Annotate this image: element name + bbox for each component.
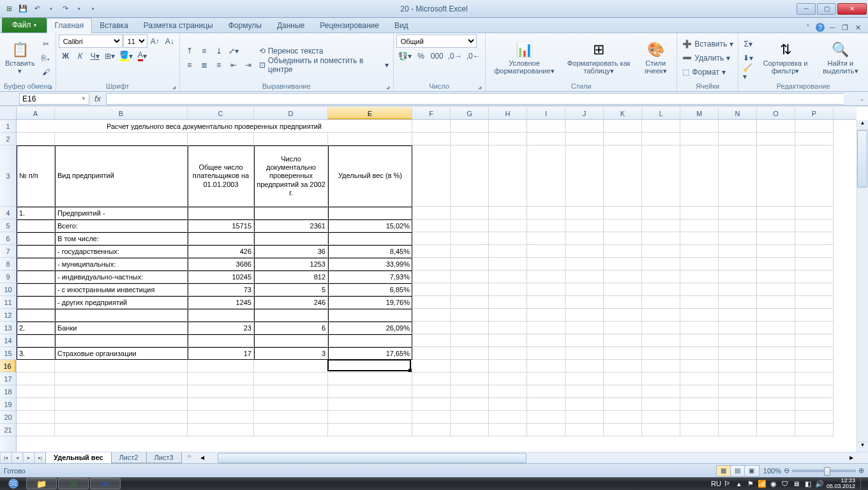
cut-icon[interactable]: ✂ (39, 38, 53, 51)
format-as-table-button[interactable]: ⊞Форматировать как таблицу▾ (562, 37, 636, 79)
increase-decimal-icon[interactable]: ,0→ (446, 49, 464, 63)
font-name-select[interactable]: Calibri (59, 34, 123, 48)
align-bottom-icon[interactable]: ⤓ (212, 45, 226, 58)
decrease-decimal-icon[interactable]: ,0← (465, 49, 483, 63)
fill-color-icon[interactable]: 🪣▾ (117, 49, 135, 63)
find-select-button[interactable]: 🔍Найти и выделить▾ (816, 37, 865, 79)
delete-cells-button[interactable]: ➖ Удалить ▾ (680, 52, 735, 65)
workbook-close-icon[interactable]: ✕ (853, 22, 863, 33)
excel-icon[interactable]: ⊞ (3, 3, 15, 15)
format-painter-icon[interactable]: 🖌 (39, 66, 53, 79)
align-center-icon[interactable]: ≣ (197, 59, 211, 72)
qat-dd-2[interactable]: ▾ (73, 3, 86, 15)
merge-center-button[interactable]: ⊡ Объединить и поместить в центре ▾ (257, 59, 391, 72)
quick-access-toolbar: ⊞ 💾 ↶ ▾ ↷ ▾ ▾ (0, 3, 100, 15)
tab-home[interactable]: Главная (47, 18, 93, 33)
border-icon[interactable]: ⊞▾ (103, 49, 117, 63)
group-clipboard-label: Буфер обмена (3, 82, 53, 91)
fx-icon[interactable]: fx (89, 94, 106, 103)
window-controls: ─ ▢ ✕ (797, 3, 868, 15)
comma-icon[interactable]: 000 (429, 49, 445, 63)
group-editing: Σ▾ ⬇▾ 🧹▾ ⇅Сортировка и фильтр▾ 🔍Найти и … (738, 33, 868, 91)
group-number: Общий 💱▾ % 000 ,0→ ,0← Число (394, 33, 486, 91)
underline-button[interactable]: Ч▾ (88, 49, 102, 63)
number-format-select[interactable]: Общий (396, 34, 477, 48)
workbook-min-icon[interactable]: ─ (827, 22, 837, 33)
redo-icon[interactable]: ↷ (59, 3, 71, 15)
ribbon-tabs: Файл ▾ Главная Вставка Разметка страницы… (0, 18, 868, 33)
group-styles: 📊Условное форматирование▾ ⊞Форматировать… (486, 33, 678, 91)
qat-customize[interactable]: ▾ (87, 3, 100, 15)
tab-view[interactable]: Вид (387, 19, 416, 33)
tab-page-layout[interactable]: Разметка страницы (136, 19, 221, 33)
format-cells-button[interactable]: ⬚ Формат ▾ (680, 66, 735, 79)
group-cells-label: Ячейки (680, 82, 735, 91)
group-font-label: Шрифт (59, 82, 177, 91)
clear-icon[interactable]: 🧹▾ (741, 66, 755, 79)
maximize-button[interactable]: ▢ (817, 3, 836, 15)
conditional-formatting-button[interactable]: 📊Условное форматирование▾ (488, 37, 561, 79)
align-right-icon[interactable]: ≡ (212, 59, 226, 72)
cond-fmt-icon: 📊 (516, 41, 533, 58)
ribbon: 📋 Вставить▾ ✂ ⎘▾ 🖌 Буфер обмена Calibri … (0, 33, 868, 92)
increase-indent-icon[interactable]: ⇥ (241, 59, 255, 72)
tab-file[interactable]: Файл ▾ (2, 17, 47, 33)
italic-button[interactable]: К (73, 49, 87, 63)
find-icon: 🔍 (832, 41, 849, 58)
window-title: 20 - Microsoft Excel (400, 4, 467, 13)
align-top-icon[interactable]: ⤒ (183, 45, 197, 58)
workbook-restore-icon[interactable]: ❐ (840, 22, 850, 33)
group-font: Calibri 11 A↑ A↓ Ж К Ч▾ ⊞▾ 🪣▾ A▾ Шрифт (56, 33, 180, 91)
expand-formula-icon[interactable]: ⌄ (857, 96, 868, 102)
sort-icon: ⇅ (780, 41, 791, 58)
tab-formulas[interactable]: Формулы (221, 19, 269, 33)
cell-styles-button[interactable]: 🎨Стили ячеек▾ (637, 37, 674, 79)
minimize-button[interactable]: ─ (797, 3, 816, 15)
undo-icon[interactable]: ↶ (31, 3, 43, 15)
cell-styles-icon: 🎨 (647, 41, 664, 58)
group-styles-label: Стили (488, 82, 675, 91)
paste-icon: 📋 (11, 41, 29, 58)
name-box[interactable]: E16▼ (19, 93, 89, 105)
title-bar: ⊞ 💾 ↶ ▾ ↷ ▾ ▾ 20 - Microsoft Excel ─ ▢ ✕ (0, 0, 868, 18)
table-fmt-icon: ⊞ (593, 41, 604, 58)
tab-data[interactable]: Данные (269, 19, 312, 33)
sort-filter-button[interactable]: ⇅Сортировка и фильтр▾ (756, 37, 814, 79)
copy-icon[interactable]: ⎘▾ (39, 52, 53, 65)
tab-review[interactable]: Рецензирование (312, 19, 387, 33)
help-icon[interactable]: ? (816, 23, 825, 32)
currency-icon[interactable]: 💱▾ (396, 49, 414, 63)
save-icon[interactable]: 💾 (17, 3, 29, 15)
percent-icon[interactable]: % (414, 49, 428, 63)
minimize-ribbon-icon[interactable]: ˄ (803, 22, 813, 33)
decrease-font-icon[interactable]: A↓ (163, 34, 177, 48)
decrease-indent-icon[interactable]: ⇤ (227, 59, 241, 72)
group-clipboard: 📋 Вставить▾ ✂ ⎘▾ 🖌 Буфер обмена (0, 33, 56, 91)
group-edit-label: Редактирование (741, 82, 865, 91)
qat-dd-1[interactable]: ▾ (45, 3, 57, 15)
tab-insert[interactable]: Вставка (92, 19, 136, 33)
font-color-icon[interactable]: A▾ (135, 49, 149, 63)
bold-button[interactable]: Ж (59, 49, 73, 63)
formula-bar: E16▼ fx ⌄ (0, 92, 868, 106)
paste-button[interactable]: 📋 Вставить▾ (3, 37, 38, 79)
group-alignment: ⤒ ≡ ⤓ ⤢▾ ≡ ≣ ≡ ⇤ ⇥ ⟲ Перенос текста ⊡ Об… (180, 33, 394, 91)
align-middle-icon[interactable]: ≡ (197, 45, 211, 58)
align-left-icon[interactable]: ≡ (183, 59, 197, 72)
group-align-label: Выравнивание (183, 82, 391, 91)
orientation-icon[interactable]: ⤢▾ (227, 45, 241, 58)
autosum-icon[interactable]: Σ▾ (741, 38, 755, 51)
insert-cells-button[interactable]: ➕ Вставить ▾ (680, 38, 735, 51)
font-size-select[interactable]: 11 (123, 34, 147, 48)
group-cells: ➕ Вставить ▾ ➖ Удалить ▾ ⬚ Формат ▾ Ячей… (677, 33, 738, 91)
close-button[interactable]: ✕ (837, 3, 867, 15)
increase-font-icon[interactable]: A↑ (148, 34, 162, 48)
formula-input[interactable] (106, 93, 844, 105)
group-number-label: Число (396, 82, 483, 91)
